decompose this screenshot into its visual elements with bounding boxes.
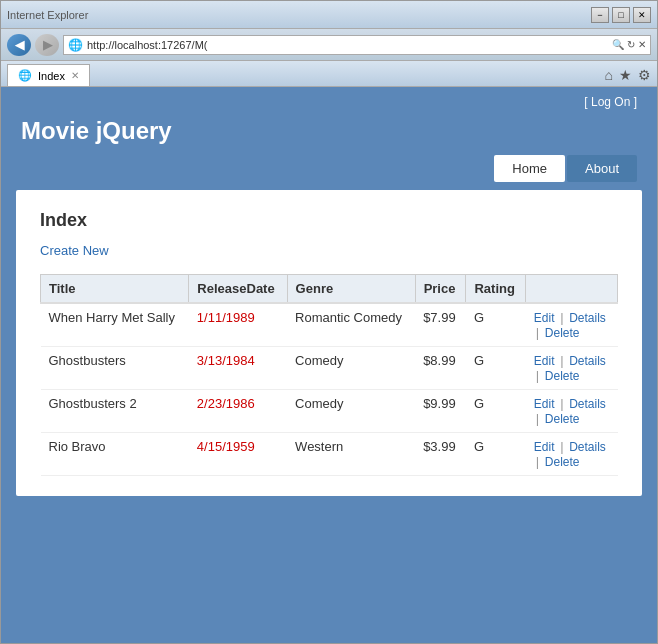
cell-price: $3.99 xyxy=(415,433,466,476)
close-button[interactable]: ✕ xyxy=(633,7,651,23)
favorites-icon[interactable]: ★ xyxy=(619,67,632,83)
window-controls: − □ ✕ xyxy=(591,7,651,23)
cell-date: 3/13/1984 xyxy=(189,347,287,390)
header-top: [ Log On ] xyxy=(21,95,637,113)
refresh-icon[interactable]: ↻ xyxy=(627,39,635,50)
sep2: | xyxy=(536,368,543,383)
col-price: Price xyxy=(415,275,466,304)
delete-link[interactable]: Delete xyxy=(545,369,580,383)
sep1: | xyxy=(557,439,568,454)
movies-table: Title ReleaseDate Genre Price Rating Whe… xyxy=(40,274,618,476)
col-title: Title xyxy=(41,275,189,304)
address-input-container[interactable]: 🌐 http://localhost:17267/M( 🔍 ↻ ✕ xyxy=(63,35,651,55)
table-row: Ghostbusters 22/23/1986Comedy$9.99GEdit … xyxy=(41,390,618,433)
cell-date: 2/23/1986 xyxy=(189,390,287,433)
cell-genre: Comedy xyxy=(287,390,415,433)
cell-price: $8.99 xyxy=(415,347,466,390)
cell-title: Ghostbusters xyxy=(41,347,189,390)
details-link[interactable]: Details xyxy=(569,440,606,454)
table-row: When Harry Met Sally1/11/1989Romantic Co… xyxy=(41,303,618,347)
details-link[interactable]: Details xyxy=(569,397,606,411)
page-title: Index xyxy=(40,210,618,231)
cell-title: When Harry Met Sally xyxy=(41,303,189,347)
title-bar: Internet Explorer − □ ✕ xyxy=(1,1,657,29)
cell-price: $9.99 xyxy=(415,390,466,433)
cell-genre: Western xyxy=(287,433,415,476)
cell-date: 4/15/1959 xyxy=(189,433,287,476)
forward-button[interactable]: ▶ xyxy=(35,34,59,56)
table-row: Ghostbusters3/13/1984Comedy$8.99GEdit | … xyxy=(41,347,618,390)
main-content: Index Create New Title ReleaseDate Genre… xyxy=(16,190,642,496)
cell-date: 1/11/1989 xyxy=(189,303,287,347)
window-title: Internet Explorer xyxy=(7,9,88,21)
col-actions xyxy=(526,275,618,304)
globe-icon: 🌐 xyxy=(68,38,83,52)
log-on-link[interactable]: [ Log On ] xyxy=(584,95,637,109)
tools-icon[interactable]: ⚙ xyxy=(638,67,651,83)
cell-rating: G xyxy=(466,347,526,390)
back-button[interactable]: ◀ xyxy=(7,34,31,56)
edit-link[interactable]: Edit xyxy=(534,440,555,454)
tab-title: Index xyxy=(38,70,65,82)
cell-rating: G xyxy=(466,433,526,476)
cell-genre: Romantic Comedy xyxy=(287,303,415,347)
col-genre: Genre xyxy=(287,275,415,304)
tab-bar: 🌐 Index ✕ ⌂ ★ ⚙ xyxy=(1,61,657,87)
table-row: Rio Bravo4/15/1959Western$3.99GEdit | De… xyxy=(41,433,618,476)
browser-window: Internet Explorer − □ ✕ ◀ ▶ 🌐 http://loc… xyxy=(0,0,658,644)
stop-icon[interactable]: ✕ xyxy=(638,39,646,50)
home-nav-button[interactable]: Home xyxy=(494,155,565,182)
sep1: | xyxy=(557,396,568,411)
address-bar-icons: 🔍 ↻ ✕ xyxy=(612,39,646,50)
sep2: | xyxy=(536,454,543,469)
create-new-link[interactable]: Create New xyxy=(40,243,109,258)
app-area: [ Log On ] Movie jQuery Home About Index… xyxy=(1,87,657,643)
active-tab[interactable]: 🌐 Index ✕ xyxy=(7,64,90,86)
cell-price: $7.99 xyxy=(415,303,466,347)
cell-rating: G xyxy=(466,303,526,347)
edit-link[interactable]: Edit xyxy=(534,311,555,325)
cell-rating: G xyxy=(466,390,526,433)
address-text: http://localhost:17267/M( xyxy=(87,39,608,51)
col-releasedate: ReleaseDate xyxy=(189,275,287,304)
tab-favicon: 🌐 xyxy=(18,69,32,82)
sep1: | xyxy=(557,310,568,325)
delete-link[interactable]: Delete xyxy=(545,412,580,426)
address-bar: ◀ ▶ 🌐 http://localhost:17267/M( 🔍 ↻ ✕ xyxy=(1,29,657,61)
sep2: | xyxy=(536,325,543,340)
app-nav: Home About xyxy=(21,155,637,190)
edit-link[interactable]: Edit xyxy=(534,354,555,368)
edit-link[interactable]: Edit xyxy=(534,397,555,411)
maximize-button[interactable]: □ xyxy=(612,7,630,23)
app-header: [ Log On ] Movie jQuery Home About xyxy=(1,87,657,190)
details-link[interactable]: Details xyxy=(569,354,606,368)
tab-close-button[interactable]: ✕ xyxy=(71,70,79,81)
col-rating: Rating xyxy=(466,275,526,304)
sep1: | xyxy=(557,353,568,368)
delete-link[interactable]: Delete xyxy=(545,326,580,340)
app-title: Movie jQuery xyxy=(21,113,637,155)
details-link[interactable]: Details xyxy=(569,311,606,325)
cell-actions: Edit | Details| Delete xyxy=(526,433,618,476)
minimize-button[interactable]: − xyxy=(591,7,609,23)
about-nav-button[interactable]: About xyxy=(567,155,637,182)
cell-genre: Comedy xyxy=(287,347,415,390)
delete-link[interactable]: Delete xyxy=(545,455,580,469)
search-icon[interactable]: 🔍 xyxy=(612,39,624,50)
home-icon[interactable]: ⌂ xyxy=(605,67,613,83)
table-header-row: Title ReleaseDate Genre Price Rating xyxy=(41,275,618,304)
cell-title: Rio Bravo xyxy=(41,433,189,476)
tab-right-icons: ⌂ ★ ⚙ xyxy=(605,67,651,86)
cell-actions: Edit | Details| Delete xyxy=(526,303,618,347)
cell-title: Ghostbusters 2 xyxy=(41,390,189,433)
sep2: | xyxy=(536,411,543,426)
cell-actions: Edit | Details| Delete xyxy=(526,390,618,433)
cell-actions: Edit | Details| Delete xyxy=(526,347,618,390)
